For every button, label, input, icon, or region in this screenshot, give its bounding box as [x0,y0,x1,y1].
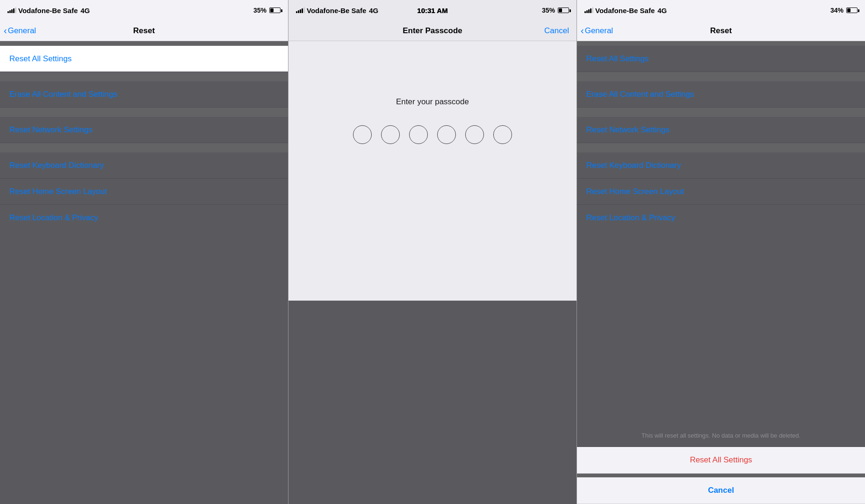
list-item-reset-all-1[interactable]: Reset All Settings [0,46,288,72]
nav-title-1: Reset [133,26,155,36]
panel-reset-settings: Vodafone-Be Safe 4G 10:31 AM 35% ‹ Gener… [0,0,288,504]
passcode-dot-2 [381,125,400,144]
carrier-1: Vodafone-Be Safe [18,7,78,14]
carrier-3: Vodafone-Be Safe [595,7,655,14]
passcode-dot-5 [465,125,484,144]
back-button-3[interactable]: ‹ General [581,25,613,36]
passcode-nav-title: Enter Passcode [403,26,462,36]
settings-list-1: Reset All Settings Erase All Content and… [0,46,288,231]
battery-icon-2 [558,7,569,13]
item-label-location-1: Reset Location & Privacy [9,213,98,223]
list-item-location-1[interactable]: Reset Location & Privacy [0,205,288,231]
item-label-network-1: Reset Network Settings [9,125,93,135]
gap-3 [0,143,288,152]
status-bar-3: Vodafone-Be Safe 4G 10:31 AM 34% [577,0,865,21]
item-label-homescreen-3: Reset Home Screen Layout [586,187,684,196]
battery-icon-1 [269,7,281,13]
item-label-keyboard-1: Reset Keyboard Dictionary [9,161,104,170]
top-gap-1 [0,41,288,46]
settings-list-3: Reset All Settings Erase All Content and… [577,46,865,231]
passcode-dot-4 [437,125,456,144]
gap-2 [0,108,288,117]
gap-3-3 [577,143,865,152]
list-item-homescreen-1[interactable]: Reset Home Screen Layout [0,179,288,205]
battery-pct-1: 35% [253,7,267,14]
item-label-network-3: Reset Network Settings [586,125,670,135]
battery-pct-2: 35% [542,7,555,14]
network-2: 4G [369,7,378,14]
list-item-network-1[interactable]: Reset Network Settings [0,117,288,143]
passcode-nav: Enter Passcode Cancel [288,21,577,41]
back-label-1: General [8,26,36,36]
chevron-left-icon-1: ‹ [4,25,7,36]
list-item-homescreen-3[interactable]: Reset Home Screen Layout [577,179,865,205]
gap-3-1 [577,72,865,81]
battery-pct-3: 34% [830,7,843,14]
gap-1 [0,72,288,81]
passcode-dot-1 [353,125,372,144]
passcode-dots [353,125,512,144]
passcode-prompt: Enter your passcode [396,97,469,107]
passcode-sheet: Enter your passcode [288,41,577,301]
action-gap [577,474,865,477]
battery-icon-3 [846,7,858,13]
item-label-erase-3: Erase All Content and Settings [586,90,694,99]
settings-body-3: Reset All Settings Erase All Content and… [577,41,865,425]
carrier-2: Vodafone-Be Safe [307,7,366,14]
list-item-erase-3[interactable]: Erase All Content and Settings [577,81,865,108]
status-right-3: 34% [830,7,858,14]
status-left-2: Vodafone-Be Safe 4G [296,7,378,14]
signal-icon-3 [584,7,593,13]
cancel-action-button[interactable]: Cancel [577,477,865,504]
item-label-reset-all-3: Reset All Settings [586,54,649,64]
signal-icon-1 [7,7,16,13]
back-label-3: General [585,26,613,36]
passcode-dot-6 [493,125,512,144]
gap-3-2 [577,108,865,117]
status-left-1: Vodafone-Be Safe 4G [7,7,90,14]
back-button-1[interactable]: ‹ General [4,25,36,36]
top-gap-3 [577,41,865,46]
item-label-erase-1: Erase All Content and Settings [9,90,117,99]
list-item-keyboard-3[interactable]: Reset Keyboard Dictionary [577,152,865,179]
confirm-reset-button[interactable]: Reset All Settings [577,447,865,474]
settings-body-1: Reset All Settings Erase All Content and… [0,41,288,504]
cancel-button-2[interactable]: Cancel [544,26,569,36]
item-label-keyboard-3: Reset Keyboard Dictionary [586,161,681,170]
nav-title-3: Reset [710,26,732,36]
panel-reset-action: Vodafone-Be Safe 4G 10:31 AM 34% ‹ Gener… [577,0,865,504]
list-item-erase-1[interactable]: Erase All Content and Settings [0,81,288,108]
item-label-reset-all-1: Reset All Settings [9,54,72,64]
item-label-homescreen-1: Reset Home Screen Layout [9,187,107,196]
status-right-1: 35% [253,7,281,14]
action-sheet: This will reset all settings. No data or… [577,425,865,504]
passcode-dot-3 [409,125,428,144]
panel-passcode: Vodafone-Be Safe 4G 10:31 AM 35% Enter P… [288,0,577,504]
nav-bar-1: ‹ General Reset [0,21,288,41]
list-item-location-3[interactable]: Reset Location & Privacy [577,205,865,231]
item-label-location-3: Reset Location & Privacy [586,213,675,223]
list-item-reset-all-3[interactable]: Reset All Settings [577,46,865,72]
status-right-2: 35% [542,7,569,14]
nav-bar-3: ‹ General Reset [577,21,865,41]
network-1: 4G [80,7,90,14]
list-item-network-3[interactable]: Reset Network Settings [577,117,865,143]
network-3: 4G [657,7,667,14]
signal-icon-2 [296,7,305,13]
passcode-body-remainder [288,301,577,504]
status-bar-1: Vodafone-Be Safe 4G 10:31 AM 35% [0,0,288,21]
chevron-left-icon-3: ‹ [581,25,584,36]
status-left-3: Vodafone-Be Safe 4G [584,7,667,14]
action-sheet-message: This will reset all settings. No data or… [577,425,865,447]
list-item-keyboard-1[interactable]: Reset Keyboard Dictionary [0,152,288,179]
